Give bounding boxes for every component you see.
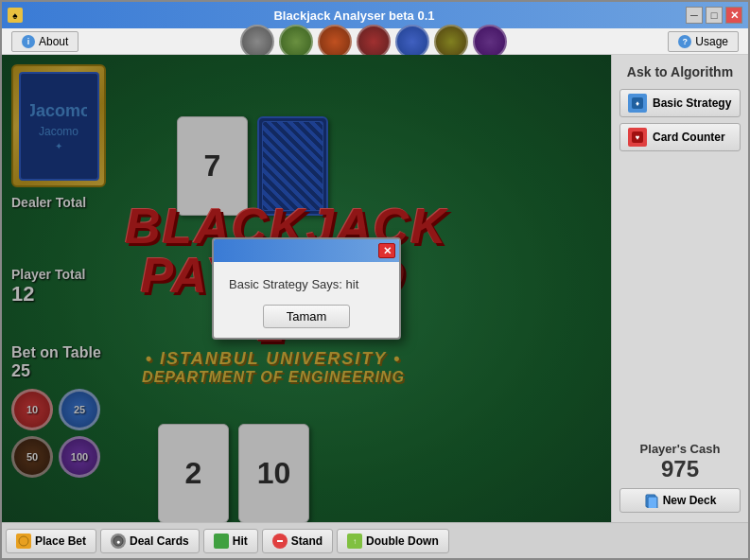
- tray-chip-2: [279, 25, 313, 59]
- hit-label: Hit: [233, 534, 248, 548]
- svg-text:♥: ♥: [636, 133, 640, 142]
- place-bet-button[interactable]: Place Bet: [6, 529, 96, 553]
- stand-icon: [272, 534, 288, 549]
- svg-text:♦: ♦: [636, 99, 639, 108]
- new-deck-icon: [644, 493, 659, 508]
- place-bet-label: Place Bet: [35, 534, 86, 548]
- tray-chip-7: [473, 25, 507, 59]
- main-content: Jacomo Jacomo ✦ Dealer Total Player Tota…: [2, 55, 748, 522]
- about-button[interactable]: i About: [11, 31, 78, 52]
- about-label: About: [39, 35, 68, 48]
- basic-strategy-button[interactable]: ♦ Basic Strategy: [619, 89, 741, 117]
- modal-overlay: ✕ Basic Strategy Says: hit Tamam: [2, 55, 611, 522]
- close-button[interactable]: ✕: [725, 7, 742, 24]
- strategy-icon: ♦: [628, 94, 647, 113]
- deal-cards-icon: ●: [111, 534, 126, 549]
- player-cash-section: Player's Cash 975 New Deck: [619, 442, 741, 513]
- double-down-button[interactable]: ↑ Double Down: [337, 529, 449, 553]
- svg-rect-8: [648, 497, 657, 508]
- new-deck-label: New Deck: [663, 494, 717, 507]
- window-controls: ─ □ ✕: [686, 7, 742, 24]
- svg-text:↑: ↑: [353, 537, 357, 546]
- svg-rect-14: [277, 540, 283, 542]
- counter-icon: ♥: [628, 128, 647, 147]
- double-down-label: Double Down: [366, 534, 439, 548]
- maximize-button[interactable]: □: [706, 7, 723, 24]
- tray-chip-6: [434, 25, 468, 59]
- place-bet-icon: [16, 534, 31, 549]
- tray-chip-3: [318, 25, 352, 59]
- usage-button[interactable]: ? Usage: [668, 31, 739, 52]
- usage-label: Usage: [695, 35, 728, 48]
- svg-text:●: ●: [116, 538, 120, 545]
- deal-cards-label: Deal Cards: [130, 534, 189, 548]
- app-icon: ♠: [8, 8, 23, 23]
- modal-title-bar: ✕: [214, 239, 399, 262]
- new-deck-button[interactable]: New Deck: [619, 488, 741, 513]
- minimize-button[interactable]: ─: [686, 7, 703, 24]
- modal-close-button[interactable]: ✕: [378, 243, 395, 258]
- modal-body: Basic Strategy Says: hit Tamam: [214, 262, 399, 338]
- svg-point-9: [19, 536, 28, 546]
- deal-cards-button[interactable]: ● Deal Cards: [100, 529, 200, 553]
- player-cash-value: 975: [619, 456, 741, 482]
- table-area: Jacomo Jacomo ✦ Dealer Total Player Tota…: [2, 55, 611, 522]
- ask-algo-title: Ask to Algorithm: [619, 64, 741, 79]
- modal-dialog: ✕ Basic Strategy Says: hit Tamam: [212, 237, 401, 340]
- card-counter-button[interactable]: ♥ Card Counter: [619, 123, 741, 151]
- right-panel: Ask to Algorithm ♦ Basic Strategy ♥: [611, 55, 748, 522]
- player-cash-label: Player's Cash: [619, 442, 741, 456]
- main-window: ♠ Blackjack Analyser beta 0.1 ─ □ ✕ i Ab…: [0, 0, 750, 560]
- toolbar: Place Bet ● Deal Cards Hit: [2, 522, 748, 558]
- stand-button[interactable]: Stand: [262, 529, 333, 553]
- info-icon: i: [22, 35, 35, 48]
- modal-ok-button[interactable]: Tamam: [263, 305, 351, 328]
- tray-chip-4: [357, 25, 391, 59]
- modal-message: Basic Strategy Says: hit: [229, 277, 384, 291]
- double-down-icon: ↑: [347, 534, 362, 549]
- hit-button[interactable]: Hit: [203, 529, 258, 553]
- tray-chip-5: [395, 25, 429, 59]
- menu-bar: i About ? Usage: [2, 28, 748, 55]
- hit-icon: [214, 534, 229, 549]
- tray-chip-1: [240, 25, 274, 59]
- svg-marker-12: [217, 536, 226, 546]
- card-counter-label: Card Counter: [653, 131, 725, 144]
- question-icon: ?: [678, 35, 691, 48]
- basic-strategy-label: Basic Strategy: [653, 96, 731, 110]
- stand-label: Stand: [291, 534, 323, 548]
